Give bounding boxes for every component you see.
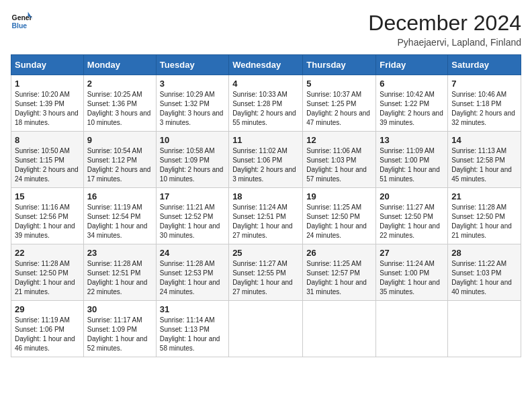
day-info: Sunrise: 11:27 AM Sunset: 12:50 PM Dayli… — [380, 203, 444, 240]
day-number: 10 — [160, 135, 225, 145]
day-number: 2 — [87, 79, 152, 89]
calendar-cell — [448, 301, 521, 357]
day-number: 12 — [306, 135, 372, 145]
day-info: Sunrise: 11:25 AM Sunset: 12:50 PM Dayli… — [306, 203, 372, 240]
day-number: 18 — [232, 191, 299, 201]
day-info: Sunrise: 11:21 AM Sunset: 12:52 PM Dayli… — [160, 203, 225, 240]
calendar-cell: 6Sunrise: 10:42 AM Sunset: 1:22 PM Dayli… — [376, 75, 448, 132]
location-subtitle: Pyhaejaervi, Lapland, Finland — [368, 37, 521, 48]
day-number: 30 — [87, 304, 152, 314]
day-number: 13 — [380, 135, 444, 145]
calendar-cell — [376, 301, 448, 357]
day-info: Sunrise: 10:33 AM Sunset: 1:28 PM Daylig… — [232, 90, 299, 128]
calendar-cell: 3Sunrise: 10:29 AM Sunset: 1:32 PM Dayli… — [156, 75, 228, 132]
day-info: Sunrise: 11:02 AM Sunset: 1:06 PM Daylig… — [232, 146, 299, 184]
day-info: Sunrise: 11:16 AM Sunset: 12:56 PM Dayli… — [15, 203, 80, 240]
logo-icon: General Blue — [11, 11, 32, 32]
day-info: Sunrise: 11:19 AM Sunset: 1:06 PM Daylig… — [15, 316, 80, 353]
day-info: Sunrise: 11:28 AM Sunset: 12:50 PM Dayli… — [451, 203, 517, 240]
day-number: 1 — [15, 79, 80, 89]
day-number: 4 — [232, 79, 299, 89]
day-info: Sunrise: 11:24 AM Sunset: 12:51 PM Dayli… — [232, 203, 299, 240]
day-info: Sunrise: 11:27 AM Sunset: 12:55 PM Dayli… — [232, 259, 299, 297]
week-row-5: 29Sunrise: 11:19 AM Sunset: 1:06 PM Dayl… — [11, 301, 521, 357]
calendar-cell: 1Sunrise: 10:20 AM Sunset: 1:39 PM Dayli… — [11, 75, 84, 132]
day-info: Sunrise: 10:25 AM Sunset: 1:36 PM Daylig… — [87, 90, 152, 128]
calendar-cell: 28Sunrise: 11:22 AM Sunset: 1:03 PM Dayl… — [448, 244, 521, 301]
calendar-cell: 15Sunrise: 11:16 AM Sunset: 12:56 PM Day… — [11, 188, 84, 244]
calendar-cell: 31Sunrise: 11:14 AM Sunset: 1:13 PM Dayl… — [156, 301, 228, 357]
week-row-4: 22Sunrise: 11:28 AM Sunset: 12:50 PM Day… — [11, 244, 521, 301]
week-row-2: 8Sunrise: 10:50 AM Sunset: 1:15 PM Dayli… — [11, 132, 521, 188]
header-sunday: Sunday — [11, 55, 84, 75]
day-info: Sunrise: 10:46 AM Sunset: 1:18 PM Daylig… — [451, 90, 517, 128]
day-info: Sunrise: 11:09 AM Sunset: 1:00 PM Daylig… — [380, 146, 444, 184]
day-number: 25 — [232, 248, 299, 258]
day-number: 21 — [451, 191, 517, 201]
calendar-cell — [229, 301, 303, 357]
day-info: Sunrise: 10:54 AM Sunset: 1:12 PM Daylig… — [87, 146, 152, 184]
calendar-cell: 13Sunrise: 11:09 AM Sunset: 1:00 PM Dayl… — [376, 132, 448, 188]
day-number: 17 — [160, 191, 225, 201]
day-number: 31 — [160, 304, 225, 314]
day-number: 19 — [306, 191, 372, 201]
calendar-cell: 2Sunrise: 10:25 AM Sunset: 1:36 PM Dayli… — [83, 75, 156, 132]
calendar-cell: 11Sunrise: 11:02 AM Sunset: 1:06 PM Dayl… — [229, 132, 303, 188]
calendar-cell: 8Sunrise: 10:50 AM Sunset: 1:15 PM Dayli… — [11, 132, 84, 188]
calendar-table: SundayMondayTuesdayWednesdayThursdayFrid… — [11, 54, 521, 357]
day-info: Sunrise: 10:37 AM Sunset: 1:25 PM Daylig… — [306, 90, 372, 128]
week-row-1: 1Sunrise: 10:20 AM Sunset: 1:39 PM Dayli… — [11, 75, 521, 132]
day-info: Sunrise: 10:58 AM Sunset: 1:09 PM Daylig… — [160, 146, 225, 184]
header-monday: Monday — [83, 55, 156, 75]
day-number: 9 — [87, 135, 152, 145]
week-row-3: 15Sunrise: 11:16 AM Sunset: 12:56 PM Day… — [11, 188, 521, 244]
calendar-cell: 29Sunrise: 11:19 AM Sunset: 1:06 PM Dayl… — [11, 301, 84, 357]
calendar-cell: 25Sunrise: 11:27 AM Sunset: 12:55 PM Day… — [229, 244, 303, 301]
day-number: 15 — [15, 191, 80, 201]
header-thursday: Thursday — [303, 55, 376, 75]
day-number: 29 — [15, 304, 80, 314]
calendar-cell: 21Sunrise: 11:28 AM Sunset: 12:50 PM Day… — [448, 188, 521, 244]
day-number: 11 — [232, 135, 299, 145]
day-info: Sunrise: 11:28 AM Sunset: 12:53 PM Dayli… — [160, 259, 225, 297]
calendar-cell: 7Sunrise: 10:46 AM Sunset: 1:18 PM Dayli… — [448, 75, 521, 132]
month-title: December 2024 — [368, 11, 521, 36]
header-saturday: Saturday — [448, 55, 521, 75]
calendar-cell: 17Sunrise: 11:21 AM Sunset: 12:52 PM Day… — [156, 188, 228, 244]
day-number: 26 — [306, 248, 372, 258]
header-friday: Friday — [376, 55, 448, 75]
calendar-cell: 18Sunrise: 11:24 AM Sunset: 12:51 PM Day… — [229, 188, 303, 244]
svg-text:Blue: Blue — [12, 22, 28, 30]
header-tuesday: Tuesday — [156, 55, 228, 75]
day-info: Sunrise: 10:42 AM Sunset: 1:22 PM Daylig… — [380, 90, 444, 128]
day-info: Sunrise: 11:24 AM Sunset: 1:00 PM Daylig… — [380, 259, 444, 297]
day-number: 27 — [380, 248, 444, 258]
day-number: 8 — [15, 135, 80, 145]
calendar-cell: 4Sunrise: 10:33 AM Sunset: 1:28 PM Dayli… — [229, 75, 303, 132]
day-info: Sunrise: 11:06 AM Sunset: 1:03 PM Daylig… — [306, 146, 372, 184]
day-number: 7 — [451, 79, 517, 89]
day-info: Sunrise: 11:14 AM Sunset: 1:13 PM Daylig… — [160, 316, 225, 353]
calendar-cell: 24Sunrise: 11:28 AM Sunset: 12:53 PM Day… — [156, 244, 228, 301]
calendar-cell: 10Sunrise: 10:58 AM Sunset: 1:09 PM Dayl… — [156, 132, 228, 188]
calendar-cell: 23Sunrise: 11:28 AM Sunset: 12:51 PM Day… — [83, 244, 156, 301]
calendar-cell: 12Sunrise: 11:06 AM Sunset: 1:03 PM Dayl… — [303, 132, 376, 188]
day-info: Sunrise: 11:19 AM Sunset: 12:54 PM Dayli… — [87, 203, 152, 240]
header-wednesday: Wednesday — [229, 55, 303, 75]
day-number: 20 — [380, 191, 444, 201]
day-info: Sunrise: 11:25 AM Sunset: 12:57 PM Dayli… — [306, 259, 372, 297]
day-number: 24 — [160, 248, 225, 258]
day-info: Sunrise: 11:22 AM Sunset: 1:03 PM Daylig… — [451, 259, 517, 297]
day-info: Sunrise: 10:20 AM Sunset: 1:39 PM Daylig… — [15, 90, 80, 128]
day-info: Sunrise: 11:28 AM Sunset: 12:50 PM Dayli… — [15, 259, 80, 297]
title-area: December 2024 Pyhaejaervi, Lapland, Finl… — [368, 11, 521, 48]
calendar-cell: 5Sunrise: 10:37 AM Sunset: 1:25 PM Dayli… — [303, 75, 376, 132]
header: General Blue December 2024 Pyhaejaervi, … — [11, 11, 521, 48]
calendar-cell: 14Sunrise: 11:13 AM Sunset: 12:58 PM Day… — [448, 132, 521, 188]
calendar-cell: 9Sunrise: 10:54 AM Sunset: 1:12 PM Dayli… — [83, 132, 156, 188]
calendar-header-row: SundayMondayTuesdayWednesdayThursdayFrid… — [11, 55, 521, 75]
day-info: Sunrise: 11:28 AM Sunset: 12:51 PM Dayli… — [87, 259, 152, 297]
day-number: 16 — [87, 191, 152, 201]
day-info: Sunrise: 10:29 AM Sunset: 1:32 PM Daylig… — [160, 90, 225, 128]
day-number: 5 — [306, 79, 372, 89]
